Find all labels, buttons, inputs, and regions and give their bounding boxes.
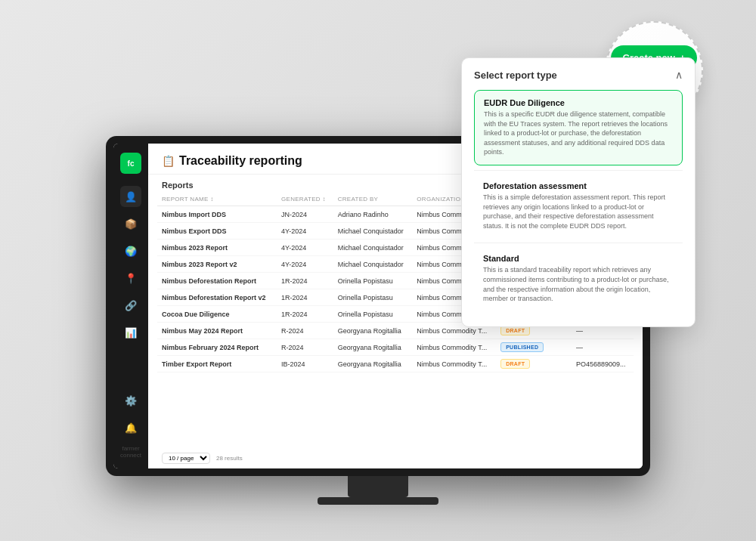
cell-po-9: PO456889009... bbox=[572, 356, 634, 373]
sidebar: fc 👤 📦 🌍 📍 🔗 📊 ⚙️ 🔔 farmerconnect bbox=[113, 144, 148, 468]
sidebar-item-reports[interactable]: 📊 bbox=[120, 322, 141, 343]
cell-generated-9: IB-2024 bbox=[277, 356, 333, 373]
cell-name-3: Nimbus 2023 Report v2 bbox=[157, 256, 277, 273]
cell-created-by-9: Georgyana Rogitallia bbox=[333, 356, 413, 373]
cell-org-9: Nimbus Commodity T... bbox=[412, 356, 496, 373]
cell-name-6: Cocoa Due Diligence bbox=[157, 306, 277, 323]
table-row[interactable]: Timber Export Report IB-2024 Georgyana R… bbox=[157, 356, 634, 373]
option-divider-1 bbox=[474, 170, 683, 171]
cell-org-8: Nimbus Commodity T... bbox=[412, 339, 496, 356]
cell-created-by-3: Michael Conquistador bbox=[333, 256, 413, 273]
sidebar-item-settings[interactable]: ⚙️ bbox=[120, 391, 141, 412]
cell-status-9: DRAFT bbox=[496, 356, 572, 373]
dropdown-title: Select report type bbox=[474, 70, 557, 81]
cell-generated-5: 1R-2024 bbox=[277, 289, 333, 306]
cell-created-by-7: Georgyana Rogitallia bbox=[333, 323, 413, 339]
per-page-select[interactable]: 10 / page 25 / page 50 / page bbox=[162, 453, 210, 464]
cell-generated-8: R-2024 bbox=[277, 339, 333, 356]
dropdown-panel: Select report type ∧ EUDR Due Diligence … bbox=[461, 57, 696, 327]
cell-created-by-5: Orinella Popistasu bbox=[333, 289, 413, 306]
report-option-standard-desc: This is a standard traceability report w… bbox=[483, 265, 674, 303]
cell-name-4: Nimbus Deforestation Report bbox=[157, 273, 277, 289]
report-option-eudr[interactable]: EUDR Due Diligence This is a specific EU… bbox=[474, 90, 683, 165]
report-option-deforestation-desc: This is a simple deforestation assessmen… bbox=[483, 193, 674, 230]
report-option-deforestation-title: Deforestation assessment bbox=[483, 181, 674, 190]
cell-name-8: Nimbus February 2024 Report bbox=[157, 339, 277, 356]
report-option-standard-title: Standard bbox=[483, 254, 674, 263]
cell-generated-2: 4Y-2024 bbox=[277, 240, 333, 256]
dropdown-chevron-icon[interactable]: ∧ bbox=[675, 69, 683, 81]
cell-po-8: — bbox=[572, 339, 634, 356]
monitor-base bbox=[318, 497, 438, 505]
sidebar-item-packages[interactable]: 📦 bbox=[120, 213, 141, 234]
cell-created-by-4: Orinella Popistasu bbox=[333, 273, 413, 289]
cell-name-7: Nimbus May 2024 Report bbox=[157, 323, 277, 339]
report-option-eudr-title: EUDR Due Diligence bbox=[484, 98, 673, 107]
results-count: 28 results bbox=[216, 455, 243, 462]
status-badge-7: DRAFT bbox=[500, 326, 530, 335]
report-option-eudr-desc: This is a specific EUDR due diligence st… bbox=[484, 110, 673, 157]
sidebar-item-people[interactable]: 👤 bbox=[120, 186, 141, 207]
cell-name-9: Timber Export Report bbox=[157, 356, 277, 373]
monitor-stand bbox=[348, 476, 408, 497]
cell-created-by-8: Georgyana Rogitallia bbox=[333, 339, 413, 356]
cell-name-2: Nimbus 2023 Report bbox=[157, 240, 277, 256]
status-badge-8: PUBLISHED bbox=[500, 342, 544, 352]
page-title-text: Traceability reporting bbox=[179, 154, 302, 168]
dropdown-header: Select report type ∧ bbox=[474, 69, 683, 81]
cell-created-by-6: Orinella Popistasu bbox=[333, 306, 413, 323]
sidebar-item-location[interactable]: 📍 bbox=[120, 267, 141, 289]
cell-name-0: Nimbus Import DDS bbox=[157, 206, 277, 223]
table-row[interactable]: Nimbus February 2024 Report R-2024 Georg… bbox=[157, 339, 634, 356]
sidebar-item-globe[interactable]: 🌍 bbox=[120, 240, 141, 261]
status-badge-9: DRAFT bbox=[500, 359, 530, 369]
cell-name-1: Nimbus Export DDS bbox=[157, 223, 277, 240]
cell-generated-0: JN-2024 bbox=[277, 206, 333, 223]
cell-generated-3: 4Y-2024 bbox=[277, 256, 333, 273]
col-header-created-by: CREATED BY bbox=[333, 193, 413, 206]
cell-generated-6: 1R-2024 bbox=[277, 306, 333, 323]
sidebar-item-link[interactable]: 🔗 bbox=[120, 295, 141, 316]
cell-status-8: PUBLISHED bbox=[496, 339, 572, 356]
sidebar-logo: fc bbox=[120, 153, 141, 174]
col-header-generated: GENERATED ↕ bbox=[277, 193, 333, 206]
table-footer: 10 / page 25 / page 50 / page 28 results bbox=[148, 448, 643, 468]
sidebar-logo-text: fc bbox=[128, 159, 135, 168]
cell-generated-1: 4Y-2024 bbox=[277, 223, 333, 240]
sidebar-item-notifications[interactable]: 🔔 bbox=[120, 418, 141, 439]
report-option-deforestation[interactable]: Deforestation assessment This is a simpl… bbox=[474, 174, 683, 238]
col-header-name: REPORT NAME ↕ bbox=[157, 193, 277, 206]
option-divider-2 bbox=[474, 243, 683, 243]
report-option-standard[interactable]: Standard This is a standard traceability… bbox=[474, 246, 683, 311]
cell-created-by-1: Michael Conquistador bbox=[333, 223, 413, 240]
cell-generated-4: 1R-2024 bbox=[277, 273, 333, 289]
cell-name-5: Nimbus Deforestation Report v2 bbox=[157, 289, 277, 306]
page-title-icon: 📋 bbox=[162, 155, 175, 167]
cell-created-by-0: Adriano Radinho bbox=[333, 206, 413, 223]
cell-generated-7: R-2024 bbox=[277, 323, 333, 339]
sidebar-brand: farmerconnect bbox=[120, 445, 141, 459]
cell-created-by-2: Michael Conquistador bbox=[333, 240, 413, 256]
